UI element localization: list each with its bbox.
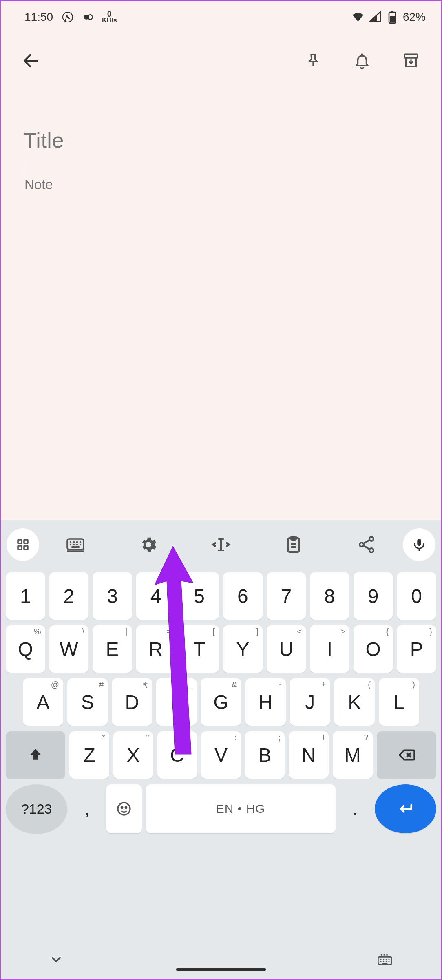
back-button[interactable] (20, 49, 42, 72)
keyboard-mic-button[interactable] (403, 528, 435, 561)
svg-rect-15 (24, 546, 28, 550)
key-c[interactable]: C' (157, 731, 197, 779)
svg-rect-5 (390, 16, 395, 22)
key-f[interactable]: F_ (156, 678, 197, 726)
key-w[interactable]: W\ (49, 625, 89, 673)
key-i[interactable]: I> (310, 625, 349, 673)
keyboard-textselect-button[interactable] (185, 535, 257, 554)
keyboard-settings-button[interactable] (112, 535, 184, 554)
note-body-input[interactable] (24, 177, 418, 192)
period-key[interactable]: . (340, 784, 371, 833)
key-s[interactable]: S# (67, 678, 108, 726)
archive-button[interactable] (400, 49, 422, 72)
pin-button[interactable] (302, 49, 325, 72)
battery-icon (386, 11, 399, 24)
svg-point-24 (126, 807, 127, 808)
svg-rect-6 (404, 54, 418, 58)
emoji-key[interactable] (106, 784, 142, 833)
nav-gesture-handle[interactable] (176, 968, 266, 971)
key-h[interactable]: H- (245, 678, 286, 726)
note-title-input[interactable] (24, 128, 418, 152)
svg-rect-12 (18, 540, 22, 543)
space-key[interactable]: EN • HG (146, 784, 336, 833)
key-x[interactable]: X" (113, 731, 153, 779)
keyboard: 1234567890 Q%W\E|R=T[Y]U<I>O{P} A@S#D₹F_… (0, 520, 442, 980)
network-speed-indicator: 0 KB/s (102, 11, 117, 23)
reminder-button[interactable] (351, 49, 373, 72)
status-time: 11:50 (24, 11, 53, 24)
key-7[interactable]: 7 (267, 572, 306, 620)
key-t[interactable]: T[ (179, 625, 219, 673)
svg-rect-4 (391, 11, 393, 13)
key-a[interactable]: A@ (23, 678, 63, 726)
key-1[interactable]: 1 (6, 572, 45, 620)
backspace-key[interactable] (377, 731, 436, 779)
key-g[interactable]: G& (201, 678, 241, 726)
key-8[interactable]: 8 (310, 572, 349, 620)
shift-key[interactable] (6, 731, 65, 779)
key-o[interactable]: O{ (354, 625, 393, 673)
key-v[interactable]: V: (201, 731, 241, 779)
key-m[interactable]: M? (333, 731, 373, 779)
keyboard-apps-button[interactable] (7, 528, 39, 561)
key-u[interactable]: U< (267, 625, 306, 673)
svg-rect-14 (18, 546, 22, 550)
key-b[interactable]: B; (245, 731, 285, 779)
battery-percent: 62% (403, 11, 426, 24)
keyboard-toolbar (0, 520, 442, 569)
key-3[interactable]: 3 (93, 572, 132, 620)
svg-point-22 (118, 803, 130, 815)
key-r[interactable]: R= (136, 625, 176, 673)
key-0[interactable]: 0 (397, 572, 436, 620)
wifi-icon (351, 11, 365, 24)
pill-icon (82, 11, 94, 24)
keyboard-clipboard-button[interactable] (257, 535, 330, 554)
symbols-key[interactable]: ?123 (6, 784, 67, 833)
key-z[interactable]: Z* (69, 731, 109, 779)
svg-point-23 (122, 807, 123, 808)
enter-key[interactable] (375, 784, 436, 833)
app-toolbar (0, 34, 442, 87)
svg-rect-13 (24, 540, 28, 543)
key-6[interactable]: 6 (223, 572, 263, 620)
key-l[interactable]: L) (379, 678, 419, 726)
keyboard-layout-button[interactable] (39, 535, 112, 554)
key-4[interactable]: 4 (136, 572, 176, 620)
nav-keyboard-switch-button[interactable] (377, 951, 393, 969)
key-j[interactable]: J+ (290, 678, 330, 726)
note-editor[interactable] (0, 87, 442, 520)
keyboard-share-button[interactable] (330, 535, 403, 554)
key-2[interactable]: 2 (49, 572, 89, 620)
key-e[interactable]: E| (93, 625, 132, 673)
nav-collapse-button[interactable] (49, 952, 64, 969)
signal-icon (369, 11, 382, 24)
key-5[interactable]: 5 (179, 572, 219, 620)
key-k[interactable]: K( (334, 678, 375, 726)
navigation-bar (0, 941, 442, 980)
key-9[interactable]: 9 (354, 572, 393, 620)
key-p[interactable]: P} (397, 625, 436, 673)
whatsapp-icon (61, 11, 74, 24)
status-bar: 11:50 0 KB/s 62% (0, 0, 442, 34)
comma-key[interactable]: , (71, 784, 102, 833)
key-q[interactable]: Q% (6, 625, 45, 673)
key-n[interactable]: N! (289, 731, 329, 779)
key-y[interactable]: Y] (223, 625, 263, 673)
key-d[interactable]: D₹ (112, 678, 152, 726)
